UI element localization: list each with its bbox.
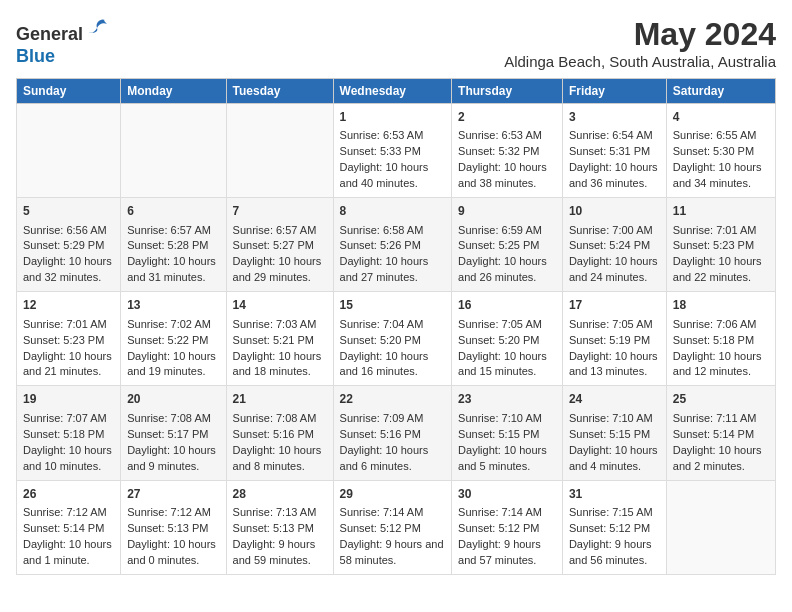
daylight: Daylight: 10 hours and 38 minutes. xyxy=(458,161,547,189)
logo-general: General xyxy=(16,24,83,44)
day-number: 7 xyxy=(233,203,327,220)
sunrise: Sunrise: 6:54 AM xyxy=(569,129,653,141)
sunset: Sunset: 5:22 PM xyxy=(127,334,208,346)
calendar-cell: 9Sunrise: 6:59 AMSunset: 5:25 PMDaylight… xyxy=(452,198,563,292)
sunset: Sunset: 5:33 PM xyxy=(340,145,421,157)
daylight: Daylight: 10 hours and 5 minutes. xyxy=(458,444,547,472)
day-number: 2 xyxy=(458,109,556,126)
sunrise: Sunrise: 7:11 AM xyxy=(673,412,757,424)
calendar-cell: 29Sunrise: 7:14 AMSunset: 5:12 PMDayligh… xyxy=(333,480,452,574)
daylight: Daylight: 10 hours and 2 minutes. xyxy=(673,444,762,472)
sunrise: Sunrise: 7:01 AM xyxy=(23,318,107,330)
sunset: Sunset: 5:13 PM xyxy=(233,522,314,534)
daylight: Daylight: 10 hours and 29 minutes. xyxy=(233,255,322,283)
day-number: 12 xyxy=(23,297,114,314)
calendar-cell: 4Sunrise: 6:55 AMSunset: 5:30 PMDaylight… xyxy=(666,104,775,198)
calendar-cell: 15Sunrise: 7:04 AMSunset: 5:20 PMDayligh… xyxy=(333,292,452,386)
sunset: Sunset: 5:30 PM xyxy=(673,145,754,157)
title-block: May 2024 Aldinga Beach, South Australia,… xyxy=(504,16,776,70)
sunset: Sunset: 5:18 PM xyxy=(23,428,104,440)
col-header-wednesday: Wednesday xyxy=(333,79,452,104)
sunset: Sunset: 5:20 PM xyxy=(340,334,421,346)
sunset: Sunset: 5:15 PM xyxy=(569,428,650,440)
day-number: 31 xyxy=(569,486,660,503)
calendar-cell: 16Sunrise: 7:05 AMSunset: 5:20 PMDayligh… xyxy=(452,292,563,386)
sunset: Sunset: 5:31 PM xyxy=(569,145,650,157)
sunrise: Sunrise: 7:12 AM xyxy=(23,506,107,518)
daylight: Daylight: 10 hours and 16 minutes. xyxy=(340,350,429,378)
col-header-saturday: Saturday xyxy=(666,79,775,104)
daylight: Daylight: 10 hours and 15 minutes. xyxy=(458,350,547,378)
sunrise: Sunrise: 7:15 AM xyxy=(569,506,653,518)
daylight: Daylight: 10 hours and 19 minutes. xyxy=(127,350,216,378)
sunset: Sunset: 5:13 PM xyxy=(127,522,208,534)
page-header: General Blue May 2024 Aldinga Beach, Sou… xyxy=(16,16,776,70)
daylight: Daylight: 10 hours and 10 minutes. xyxy=(23,444,112,472)
logo-blue: Blue xyxy=(16,46,55,66)
day-number: 17 xyxy=(569,297,660,314)
calendar-cell: 12Sunrise: 7:01 AMSunset: 5:23 PMDayligh… xyxy=(17,292,121,386)
sunset: Sunset: 5:27 PM xyxy=(233,239,314,251)
day-number: 26 xyxy=(23,486,114,503)
month-year: May 2024 xyxy=(504,16,776,53)
calendar-cell: 24Sunrise: 7:10 AMSunset: 5:15 PMDayligh… xyxy=(562,386,666,480)
sunset: Sunset: 5:12 PM xyxy=(569,522,650,534)
sunrise: Sunrise: 7:05 AM xyxy=(458,318,542,330)
calendar-cell: 28Sunrise: 7:13 AMSunset: 5:13 PMDayligh… xyxy=(226,480,333,574)
day-number: 6 xyxy=(127,203,219,220)
calendar-cell: 31Sunrise: 7:15 AMSunset: 5:12 PMDayligh… xyxy=(562,480,666,574)
day-number: 19 xyxy=(23,391,114,408)
day-number: 8 xyxy=(340,203,446,220)
calendar-cell xyxy=(121,104,226,198)
calendar-cell: 10Sunrise: 7:00 AMSunset: 5:24 PMDayligh… xyxy=(562,198,666,292)
calendar-cell: 18Sunrise: 7:06 AMSunset: 5:18 PMDayligh… xyxy=(666,292,775,386)
location: Aldinga Beach, South Australia, Australi… xyxy=(504,53,776,70)
calendar-cell: 23Sunrise: 7:10 AMSunset: 5:15 PMDayligh… xyxy=(452,386,563,480)
calendar-cell: 3Sunrise: 6:54 AMSunset: 5:31 PMDaylight… xyxy=(562,104,666,198)
calendar-cell: 17Sunrise: 7:05 AMSunset: 5:19 PMDayligh… xyxy=(562,292,666,386)
daylight: Daylight: 10 hours and 22 minutes. xyxy=(673,255,762,283)
daylight: Daylight: 10 hours and 36 minutes. xyxy=(569,161,658,189)
logo-bird-icon xyxy=(85,16,109,40)
day-number: 14 xyxy=(233,297,327,314)
sunset: Sunset: 5:18 PM xyxy=(673,334,754,346)
sunrise: Sunrise: 7:01 AM xyxy=(673,224,757,236)
sunset: Sunset: 5:12 PM xyxy=(458,522,539,534)
calendar-cell: 25Sunrise: 7:11 AMSunset: 5:14 PMDayligh… xyxy=(666,386,775,480)
sunset: Sunset: 5:17 PM xyxy=(127,428,208,440)
daylight: Daylight: 10 hours and 9 minutes. xyxy=(127,444,216,472)
day-number: 9 xyxy=(458,203,556,220)
daylight: Daylight: 10 hours and 18 minutes. xyxy=(233,350,322,378)
calendar-cell: 22Sunrise: 7:09 AMSunset: 5:16 PMDayligh… xyxy=(333,386,452,480)
sunrise: Sunrise: 7:06 AM xyxy=(673,318,757,330)
sunrise: Sunrise: 7:07 AM xyxy=(23,412,107,424)
calendar-cell: 19Sunrise: 7:07 AMSunset: 5:18 PMDayligh… xyxy=(17,386,121,480)
sunset: Sunset: 5:23 PM xyxy=(23,334,104,346)
calendar-cell xyxy=(666,480,775,574)
sunrise: Sunrise: 7:05 AM xyxy=(569,318,653,330)
day-number: 29 xyxy=(340,486,446,503)
calendar-cell xyxy=(17,104,121,198)
daylight: Daylight: 10 hours and 34 minutes. xyxy=(673,161,762,189)
daylight: Daylight: 10 hours and 32 minutes. xyxy=(23,255,112,283)
day-number: 3 xyxy=(569,109,660,126)
col-header-thursday: Thursday xyxy=(452,79,563,104)
sunrise: Sunrise: 7:04 AM xyxy=(340,318,424,330)
daylight: Daylight: 10 hours and 31 minutes. xyxy=(127,255,216,283)
sunset: Sunset: 5:20 PM xyxy=(458,334,539,346)
day-number: 11 xyxy=(673,203,769,220)
daylight: Daylight: 9 hours and 57 minutes. xyxy=(458,538,541,566)
daylight: Daylight: 10 hours and 13 minutes. xyxy=(569,350,658,378)
calendar-cell: 6Sunrise: 6:57 AMSunset: 5:28 PMDaylight… xyxy=(121,198,226,292)
sunrise: Sunrise: 7:14 AM xyxy=(458,506,542,518)
daylight: Daylight: 10 hours and 0 minutes. xyxy=(127,538,216,566)
sunrise: Sunrise: 7:10 AM xyxy=(458,412,542,424)
sunset: Sunset: 5:21 PM xyxy=(233,334,314,346)
sunrise: Sunrise: 6:56 AM xyxy=(23,224,107,236)
calendar-cell: 30Sunrise: 7:14 AMSunset: 5:12 PMDayligh… xyxy=(452,480,563,574)
sunrise: Sunrise: 7:03 AM xyxy=(233,318,317,330)
daylight: Daylight: 10 hours and 1 minute. xyxy=(23,538,112,566)
sunrise: Sunrise: 7:00 AM xyxy=(569,224,653,236)
daylight: Daylight: 9 hours and 56 minutes. xyxy=(569,538,652,566)
logo: General Blue xyxy=(16,16,109,67)
